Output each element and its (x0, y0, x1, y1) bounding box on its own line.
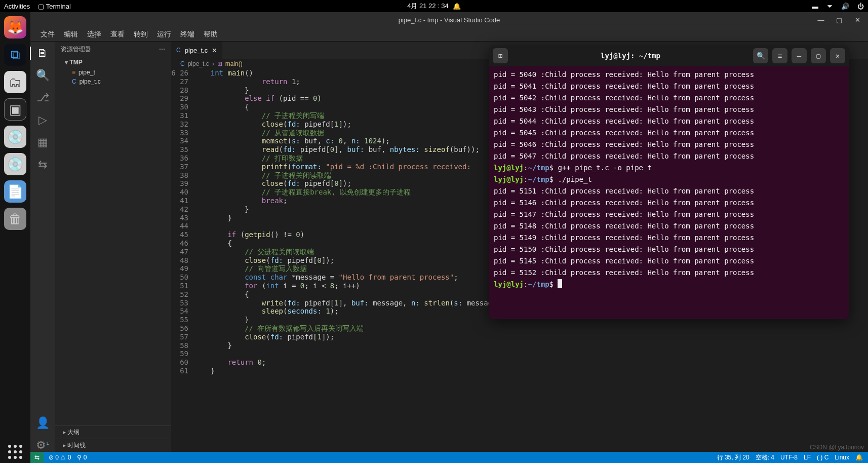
menu-选择[interactable]: 选择 (83, 28, 105, 41)
window-title: pipe_t.c - tmp - Visual Studio Code (399, 16, 500, 24)
win-close-icon[interactable]: ✕ (849, 13, 866, 26)
breadcrumb-file: pipe_t.c (188, 60, 209, 67)
ports-indicator[interactable]: ⚲ 0 (77, 454, 87, 461)
menu-转到[interactable]: 转到 (130, 28, 152, 41)
timeline-section[interactable]: 时间线 (55, 439, 171, 452)
term-output[interactable]: pid = 5040 :Child process received: Hell… (489, 66, 849, 319)
cursor-position[interactable]: 行 35, 列 20 (717, 453, 749, 462)
menu-查看[interactable]: 查看 (106, 28, 129, 41)
bell-icon[interactable]: 🔔 (855, 454, 863, 461)
watermark: CSDN @LyaJpunov (810, 444, 864, 451)
c-file-icon: C (176, 47, 181, 54)
platform-indicator: Linux (835, 454, 849, 461)
outline-section[interactable]: 大纲 (55, 426, 171, 439)
file-pipe_t[interactable]: ≡pipe_t (55, 68, 171, 77)
term-close-icon[interactable]: ✕ (830, 48, 845, 63)
dock-files-icon[interactable]: 🗂 (4, 71, 26, 93)
extensions-icon[interactable]: ▦ (37, 136, 48, 149)
binary-file-icon: ≡ (72, 69, 75, 76)
menu-帮助[interactable]: 帮助 (200, 28, 222, 41)
dock-vscode-icon[interactable]: ⧉ (4, 44, 26, 66)
sound-icon[interactable]: 🔊 (841, 3, 849, 10)
breadcrumb-symbol: main() (225, 60, 243, 67)
power-icon[interactable]: ⏻ (857, 3, 864, 10)
vscode-titlebar: pipe_t.c - tmp - Visual Studio Code — ▢ … (30, 12, 868, 27)
dock-notes-icon[interactable]: 📄 (4, 180, 26, 203)
lang-indicator[interactable]: ( ) C (817, 454, 828, 461)
dock-disc2-icon[interactable]: 💿 (4, 153, 26, 175)
gnome-top-bar: Activities ▢ Terminal 4月 21 22 : 34 🔔 ▬ … (0, 0, 868, 12)
dock-terminal-icon[interactable]: ▣ (4, 98, 26, 121)
indent-indicator[interactable]: 空格: 4 (756, 453, 774, 462)
problems-indicator[interactable]: ⊘ 0 ⚠ 0 (49, 454, 71, 461)
activities-button[interactable]: Activities (4, 3, 30, 10)
symbol-method-icon: ⊞ (217, 60, 222, 67)
debug-icon[interactable]: ▷ (38, 113, 47, 127)
term-min-icon[interactable]: — (792, 48, 807, 63)
gnome-terminal-window: ⊞ lyj@lyj: ~/tmp 🔍 ≡ — ▢ ✕ pid = 5040 :C… (489, 46, 849, 319)
menu-编辑[interactable]: 编辑 (60, 28, 82, 41)
tab-label: pipe_t.c (185, 47, 208, 54)
win-max-icon[interactable]: ▢ (831, 13, 848, 26)
account-icon[interactable]: 👤 (36, 416, 50, 430)
status-bar: ⇆ ⊘ 0 ⚠ 0 ⚲ 0 行 35, 列 20 空格: 4 UTF-8 LF … (30, 452, 868, 463)
explorer-more-icon[interactable]: ⋯ (159, 46, 165, 53)
c-file-icon: C (180, 60, 185, 67)
term-newtab-icon[interactable]: ⊞ (493, 48, 508, 63)
search-icon[interactable]: 🔍 (36, 69, 50, 82)
gear-icon[interactable]: ⚙1 (36, 439, 49, 452)
battery-icon: ▬ (812, 3, 818, 10)
menu-文件[interactable]: 文件 (36, 28, 59, 41)
c-file-icon: C (72, 78, 76, 85)
eol-indicator[interactable]: LF (804, 454, 811, 461)
term-search-icon[interactable]: 🔍 (753, 48, 768, 63)
explorer-icon[interactable]: 🗎 (30, 47, 54, 60)
file-pipe_t.c[interactable]: Cpipe_t.c (55, 77, 171, 86)
file-label: pipe_t.c (80, 78, 101, 85)
gnome-dock: 🦊 ⧉ 🗂 ▣ 💿 💿 📄 🗑 (0, 12, 30, 463)
dock-trash-icon[interactable]: 🗑 (4, 208, 26, 230)
activity-bar: 🗎 🔍 ⎇ ▷ ▦ ⇆ 👤 ⚙1 (30, 42, 55, 452)
remote-icon[interactable]: ⇆ (38, 158, 47, 171)
term-menu-icon[interactable]: ≡ (772, 48, 787, 63)
network-icon[interactable]: ⏷ (826, 3, 833, 10)
remote-indicator[interactable]: ⇆ (30, 452, 44, 463)
close-icon[interactable]: ✕ (212, 47, 217, 54)
term-max-icon[interactable]: ▢ (811, 48, 826, 63)
encoding-indicator[interactable]: UTF-8 (780, 454, 798, 461)
git-icon[interactable]: ⎇ (36, 91, 49, 104)
explorer-folder[interactable]: TMP (55, 57, 171, 68)
topbar-app[interactable]: ▢ Terminal (38, 3, 71, 10)
side-panel: 资源管理器 ⋯ TMP ≡pipe_tCpipe_t.c 大纲 时间线 (55, 42, 171, 452)
notifications-icon[interactable]: 🔔 (453, 3, 461, 10)
explorer-title: 资源管理器 (61, 45, 91, 54)
dock-apps-icon[interactable] (4, 441, 26, 463)
menu-终端[interactable]: 终端 (176, 28, 199, 41)
vscode-menu: 文件编辑选择查看转到运行终端帮助 (30, 27, 868, 42)
term-title: lyj@lyj: ~/tmp (512, 52, 749, 60)
dock-disc1-icon[interactable]: 💿 (4, 126, 26, 148)
menu-运行[interactable]: 运行 (153, 28, 175, 41)
win-min-icon[interactable]: — (812, 13, 830, 26)
clock[interactable]: 4月 21 22 : 34 (407, 2, 449, 11)
tab-pipe_t-c[interactable]: C pipe_t.c ✕ (171, 42, 223, 59)
dock-firefox-icon[interactable]: 🦊 (4, 16, 26, 38)
file-label: pipe_t (78, 69, 95, 76)
